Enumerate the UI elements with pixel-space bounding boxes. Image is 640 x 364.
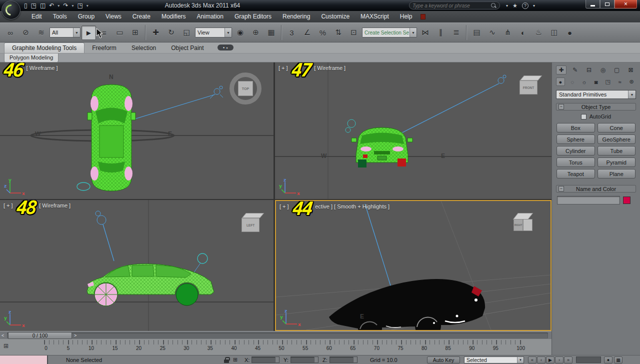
tab-freeform[interactable]: Freeform — [84, 43, 124, 53]
search-input[interactable] — [412, 3, 491, 8]
viewcube-front-face[interactable] — [523, 219, 532, 231]
autogrid-checkbox[interactable] — [581, 114, 586, 120]
named-selection-dropdown[interactable]: Create Selection Se ▼ — [362, 28, 417, 38]
menu-item[interactable]: Modifiers — [156, 11, 192, 22]
viewport-front[interactable]: W E [ + ] 47 [ Wireframe ] FRONT z x y — [275, 62, 552, 199]
create-tab[interactable]: ✚ — [556, 66, 566, 74]
spinner-snap-toggle[interactable]: ⇅ — [331, 26, 346, 40]
object-type-button[interactable]: Cone — [598, 123, 636, 132]
viewport-shading-label[interactable]: [ Wireframe ] — [314, 65, 346, 71]
select-and-scale-button[interactable]: ◱ — [180, 26, 194, 40]
spinner-icon[interactable] — [353, 357, 357, 362]
spinner-icon[interactable] — [314, 357, 318, 362]
spinner-icon[interactable] — [275, 357, 279, 362]
timeline-left-icon[interactable]: ⊞ — [4, 342, 8, 350]
menu-item[interactable]: Edit — [26, 11, 48, 22]
menu-item[interactable]: Graph Editors — [229, 11, 277, 22]
unlink-selection-button[interactable]: ⊘ — [18, 26, 33, 40]
object-type-button[interactable]: Torus — [556, 158, 595, 167]
auto-key-button[interactable]: Auto Key — [427, 356, 460, 364]
viewport-shading-label[interactable]: ective ] [ Smooth + Highlights ] — [315, 204, 390, 210]
dropdown-arrow-icon[interactable]: ▼ — [224, 28, 232, 37]
curve-editor-button[interactable]: ∿ — [485, 26, 500, 40]
point-helper[interactable] — [198, 254, 208, 264]
viewcube[interactable]: TOP — [230, 72, 262, 104]
menu-item[interactable]: Help — [394, 11, 418, 22]
snap-toggle-3d-button[interactable]: 3 — [284, 26, 299, 40]
absolute-mode-toggle[interactable]: ⊞ — [233, 356, 238, 363]
ribbon-collapse-button[interactable]: ● ▾ — [218, 44, 234, 50]
viewport-perspective[interactable]: E [ + ] 44 ective ] [ Smooth + Highlight… — [275, 200, 552, 331]
object-type-button[interactable]: Tube — [598, 146, 636, 156]
display-tab[interactable]: ▢ — [612, 66, 622, 74]
ribbon-toggle-button[interactable]: ▤ — [470, 26, 484, 40]
object-type-button[interactable]: Sphere — [556, 134, 595, 144]
object-type-rollout[interactable]: − Object Type — [556, 103, 636, 110]
lights-category-icon[interactable]: ☼ — [580, 78, 589, 86]
menu-item[interactable]: Customize — [316, 11, 355, 22]
car-perspective-view[interactable] — [329, 279, 485, 330]
select-and-move-button[interactable]: ✚ — [148, 26, 163, 40]
layer-manager-button[interactable]: ≣ — [449, 26, 464, 40]
object-type-button[interactable]: Cylinder — [556, 146, 595, 156]
named-selection-sets-button[interactable]: ⊡ — [346, 26, 361, 40]
reference-coordinate-dropdown[interactable]: View ▼ — [195, 28, 232, 38]
object-type-button[interactable]: Pyramid — [598, 158, 636, 167]
y-coordinate-field[interactable] — [290, 356, 318, 363]
dropdown-arrow-icon[interactable]: ▼ — [73, 28, 80, 37]
render-setup-button[interactable]: ♨ — [532, 26, 546, 40]
viewport-shading-label[interactable]: [ Wireframe ] — [39, 202, 70, 208]
geometry-category-icon[interactable]: ● — [556, 78, 565, 86]
utilities-tab[interactable]: ⊠ — [626, 66, 636, 74]
maximize-button[interactable] — [600, 0, 614, 8]
menu-item[interactable]: Tools — [48, 11, 72, 22]
time-slider-track[interactable] — [7, 332, 548, 338]
viewcube-right-face[interactable]: RIGHT — [514, 219, 523, 231]
tab-selection[interactable]: Selection — [124, 43, 164, 53]
angle-snap-toggle[interactable]: ∠ — [300, 26, 314, 40]
help-dropdown-arrow[interactable]: ▾ — [533, 4, 535, 8]
object-type-button[interactable]: Teapot — [556, 169, 595, 178]
helpers-category-icon[interactable]: ◳ — [604, 78, 612, 86]
viewcube-front-face[interactable]: FRONT — [520, 80, 538, 94]
render-production-button[interactable]: ● — [562, 26, 577, 40]
viewcube[interactable]: RIGHT — [514, 213, 536, 235]
infocenter-search-box[interactable] — [409, 2, 500, 10]
time-configuration-button[interactable]: ▦ — [614, 356, 622, 364]
motion-tab[interactable]: ◎ — [598, 66, 608, 74]
key-filter-dropdown[interactable]: Selected ▼ — [464, 356, 524, 364]
car-side-view[interactable] — [87, 264, 214, 306]
viewcube-top-face[interactable]: TOP — [238, 81, 253, 96]
car-top-view[interactable] — [88, 84, 136, 191]
percent-snap-toggle[interactable]: % — [316, 26, 330, 40]
favorites-star-icon[interactable]: ★ — [512, 2, 518, 9]
object-type-button[interactable]: GeoSphere — [598, 134, 636, 144]
primitives-dropdown[interactable]: Standard Primitives ▼ — [556, 90, 636, 99]
sun-light-helper[interactable] — [96, 211, 106, 224]
dropdown-arrow-icon[interactable]: ▼ — [410, 28, 416, 37]
key-mode-toggle[interactable]: ● — [604, 356, 612, 364]
name-and-color-rollout[interactable]: − Name and Color — [556, 185, 636, 192]
viewport-left[interactable]: [ + ] 48 [ Wireframe ] LEFT z x y — [0, 200, 274, 331]
z-coordinate-field[interactable] — [330, 356, 358, 363]
next-frame-button[interactable]: › — [555, 356, 564, 364]
tab-graphite-modeling-tools[interactable]: Graphite Modeling Tools — [4, 42, 84, 53]
car-front-view[interactable] — [352, 128, 412, 168]
viewport-menu-label[interactable]: [ + ] — [4, 202, 13, 208]
go-to-end-button[interactable]: » — [564, 356, 572, 364]
menu-item[interactable]: Group — [72, 11, 100, 22]
viewcube[interactable]: LEFT — [242, 213, 260, 232]
schematic-view-button[interactable]: ⋔ — [500, 26, 515, 40]
viewport-menu-label[interactable]: [ + ] — [280, 204, 289, 210]
material-editor-button[interactable]: ◐ — [516, 26, 530, 40]
search-options-arrow[interactable]: ▾ — [506, 4, 508, 8]
object-type-button[interactable]: Box — [556, 123, 595, 132]
viewport-top[interactable]: N W E 46 [ Wireframe ] TOP y x z — [0, 62, 274, 199]
selection-filter-dropdown[interactable]: All ▼ — [50, 28, 80, 38]
shapes-category-icon[interactable]: ◌ — [568, 78, 577, 86]
dropdown-arrow-icon[interactable]: ▼ — [628, 90, 636, 98]
next-frame-arrow[interactable]: > — [74, 333, 76, 338]
systems-category-icon[interactable]: ⊛ — [627, 78, 636, 86]
rectangular-selection-region-button[interactable]: ▭ — [112, 26, 127, 40]
bind-to-spacewarp-button[interactable]: ≋ — [34, 26, 48, 40]
